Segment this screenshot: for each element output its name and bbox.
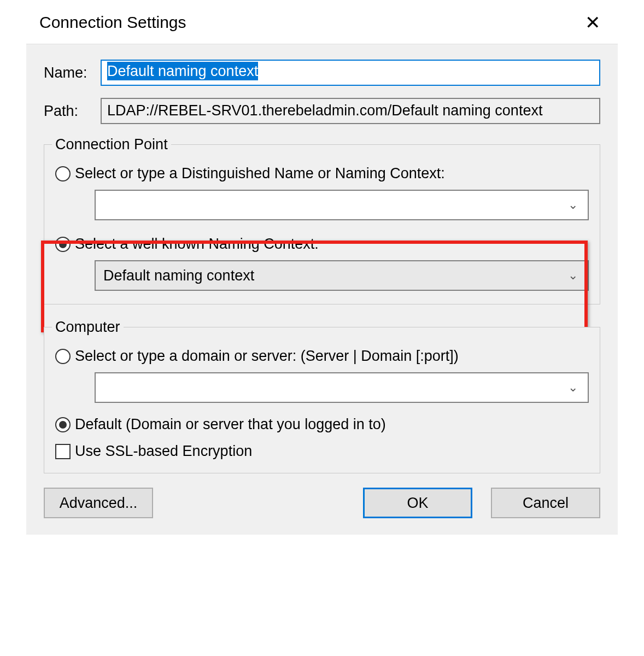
wellknown-radio-row: Select a well known Naming Context: — [55, 236, 589, 253]
path-display: LDAP://REBEL-SRV01.therebeladmin.com/Def… — [101, 98, 600, 124]
dn-radio[interactable] — [55, 166, 71, 181]
server-combobox[interactable]: ⌄ — [95, 372, 589, 403]
chevron-down-icon: ⌄ — [568, 380, 578, 395]
connection-point-legend: Connection Point — [52, 136, 171, 153]
dialog-body: Name: Default naming context Path: LDAP:… — [26, 44, 618, 535]
wellknown-combobox-value: Default naming context — [103, 267, 254, 284]
computer-group: Computer Select or type a domain or serv… — [44, 319, 600, 473]
name-input[interactable]: Default naming context — [101, 60, 600, 86]
ok-button[interactable]: OK — [363, 488, 472, 518]
dialog-title: Connection Settings — [39, 13, 186, 32]
default-radio[interactable] — [55, 417, 71, 432]
wellknown-combobox[interactable]: Default naming context ⌄ — [95, 260, 589, 291]
server-radio-label: Select or type a domain or server: (Serv… — [75, 348, 459, 365]
cancel-button[interactable]: Cancel — [491, 488, 600, 518]
name-label: Name: — [44, 65, 101, 81]
server-radio[interactable] — [55, 349, 71, 364]
path-label: Path: — [44, 103, 101, 120]
wellknown-radio[interactable] — [55, 237, 71, 252]
titlebar: Connection Settings ✕ — [26, 0, 618, 44]
default-radio-label: Default (Domain or server that you logge… — [75, 416, 386, 433]
name-input-value: Default naming context — [107, 62, 258, 80]
button-row: Advanced... OK Cancel — [44, 488, 600, 518]
ssl-checkbox[interactable] — [55, 444, 71, 459]
name-row: Name: Default naming context — [44, 60, 600, 86]
default-radio-row: Default (Domain or server that you logge… — [55, 416, 589, 433]
right-buttons: OK Cancel — [363, 488, 600, 518]
connection-settings-dialog: Connection Settings ✕ Name: Default nami… — [26, 0, 618, 535]
chevron-down-icon: ⌄ — [568, 268, 578, 283]
connection-point-group: Connection Point Select or type a Distin… — [44, 136, 600, 304]
dn-combobox[interactable]: ⌄ — [95, 190, 589, 220]
computer-legend: Computer — [52, 319, 124, 336]
ssl-checkbox-row: Use SSL-based Encryption — [55, 443, 589, 460]
dn-radio-row: Select or type a Distinguished Name or N… — [55, 165, 589, 182]
path-row: Path: LDAP://REBEL-SRV01.therebeladmin.c… — [44, 98, 600, 124]
server-radio-row: Select or type a domain or server: (Serv… — [55, 348, 589, 365]
dn-radio-label: Select or type a Distinguished Name or N… — [75, 165, 445, 182]
wellknown-radio-label: Select a well known Naming Context: — [75, 236, 319, 253]
advanced-button[interactable]: Advanced... — [44, 488, 153, 518]
close-icon[interactable]: ✕ — [581, 11, 605, 34]
ssl-checkbox-label: Use SSL-based Encryption — [75, 443, 252, 460]
chevron-down-icon: ⌄ — [568, 198, 578, 212]
